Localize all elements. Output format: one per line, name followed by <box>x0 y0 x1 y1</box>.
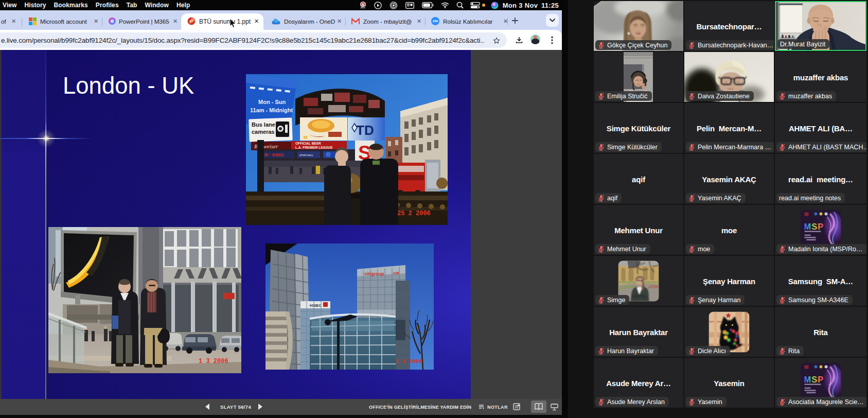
svg-text:Mon - Sun: Mon - Sun <box>258 99 286 105</box>
svg-text:25 2 2006: 25 2 2006 <box>397 210 431 217</box>
svg-text:P: P <box>190 19 193 24</box>
svg-text:cameras: cameras <box>252 129 275 135</box>
svg-text:OFFICIAL BEER: OFFICIAL BEER <box>295 142 321 145</box>
svg-text:TD: TD <box>356 123 374 138</box>
svg-text:MSP: MSP <box>804 374 824 384</box>
svg-text:S: S <box>362 3 365 7</box>
svg-text:B·· KING: B·· KING <box>264 152 284 158</box>
svg-text:pharmacy: pharmacy <box>299 153 313 156</box>
svg-text:citigroup: citigroup <box>364 271 384 276</box>
svg-text:11am - Midnight: 11am - Midnight <box>250 107 293 113</box>
svg-text:L.A. PREMIER LEAGUE: L.A. PREMIER LEAGUE <box>295 146 333 149</box>
svg-text:1 3 2006: 1 3 2006 <box>199 358 228 365</box>
svg-text:HSBC: HSBC <box>310 303 322 308</box>
svg-text:1 3 2006: 1 3 2006 <box>395 358 422 364</box>
svg-text:Bus lane: Bus lane <box>252 121 275 128</box>
svg-text:MSP: MSP <box>804 221 824 231</box>
svg-text:citi: citi <box>393 271 399 275</box>
svg-text:M: M <box>304 135 308 140</box>
